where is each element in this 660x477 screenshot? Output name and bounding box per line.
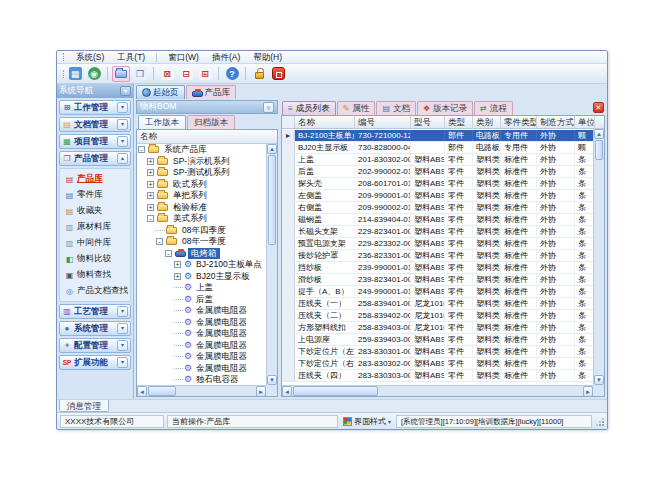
tab-archived-version[interactable]: 归档版本	[187, 115, 235, 129]
tree-node[interactable]: ⚙金属膜电阻器	[138, 351, 266, 363]
lock-icon[interactable]	[250, 66, 268, 82]
horizontal-scrollbar[interactable]: ◄►	[137, 385, 266, 396]
table-row[interactable]: 挡纱板239-990001-01X塑料ABS零件塑料类标准件外协条	[282, 262, 593, 274]
scroll-right-arrow[interactable]: ►	[583, 386, 593, 397]
resize-grip[interactable]	[595, 417, 604, 426]
table-row[interactable]: 压线夹（一）258-839401-00X尼龙1010零件塑料类标准件外协条	[282, 298, 593, 310]
sidebar-group-project-mgmt[interactable]: ▦项目管理▾	[59, 134, 131, 149]
column-header[interactable]: 零件类型	[501, 116, 537, 128]
menu-window[interactable]: 窗口(W)	[166, 51, 201, 63]
open-folder-icon[interactable]	[112, 66, 130, 82]
column-header[interactable]: 类型	[445, 116, 473, 128]
tab-documents[interactable]: ▤文档	[376, 101, 416, 115]
tab-version-history[interactable]: ❖版本记录	[417, 101, 473, 115]
table-row[interactable]: 下纱定位片（右）283-830302-00X塑料ABS零件塑料类标准件外协条	[282, 358, 593, 370]
table-row[interactable]: 方形塑料线扣258-839403-00X尼龙1010零件塑料类标准件外协条	[282, 322, 593, 334]
scroll-down-arrow[interactable]: ▼	[267, 375, 277, 385]
scroll-left-arrow[interactable]: ◄	[282, 386, 292, 397]
table-row[interactable]: 下纱定位片（左）283-830301-00X塑料ABS零件塑料类标准件外协条	[282, 346, 593, 358]
sidebar-group-product-mgmt[interactable]: ❒产品管理▴	[59, 151, 131, 166]
column-header[interactable]: 编号	[355, 116, 411, 128]
tree-node[interactable]: ⚙金属膜电阻器	[138, 340, 266, 352]
sidebar-group-work-mgmt[interactable]: ⊞工作管理▾	[59, 100, 131, 115]
tree-node[interactable]: +欧式系列	[138, 179, 266, 191]
table-row[interactable]: 预置电源支架229-823302-00X塑料ABS零件塑料类标准件外协条	[282, 238, 593, 250]
tab-properties[interactable]: ✎属性	[337, 101, 376, 115]
scroll-track[interactable]	[594, 161, 604, 375]
window-layout-icon[interactable]: ❐	[131, 66, 149, 82]
scroll-down-arrow[interactable]: ▼	[594, 375, 604, 385]
column-header[interactable]: 制造方式	[537, 116, 575, 128]
sidebar-item-intermediate-library[interactable]: ▥中间件库	[65, 235, 130, 251]
menu-help[interactable]: 帮助(H)	[251, 51, 284, 63]
table-row[interactable]: 长磁头支架229-823401-00X塑料ABS零件塑料类标准件外协条	[282, 226, 593, 238]
scroll-up-arrow[interactable]: ▲	[594, 129, 604, 139]
sidebar-item-part-library[interactable]: ▤零件库	[65, 187, 130, 203]
tree-node[interactable]: ⚙金属膜电阻器	[138, 305, 266, 317]
close-window-icon[interactable]: ⊠	[158, 66, 176, 82]
tree-node[interactable]: -电烤箱	[138, 248, 266, 260]
sidebar-group-config-mgmt[interactable]: ✦配置管理▾	[59, 338, 131, 353]
sidebar-group-doc-mgmt[interactable]: ▤文档管理▾	[59, 117, 131, 132]
close-tab-button[interactable]: ✕	[593, 102, 604, 113]
table-row[interactable]: 上电源座259-839403-00X塑料ABS零件塑料类标准件外协条	[282, 334, 593, 346]
tab-message-mgmt[interactable]: 消息管理	[59, 400, 109, 412]
table-row[interactable]: 探头壳208-601701-01X塑料ABS零件塑料类标准件外协条	[282, 178, 593, 190]
vertical-scrollbar[interactable]: ▲▼	[593, 129, 604, 385]
sidebar-group-process-mgmt[interactable]: ▥工艺管理▾	[59, 304, 131, 319]
sidebar-item-product-doc-search[interactable]: ◎产品文档查找	[65, 283, 130, 299]
sidebar-item-material-search[interactable]: ▣物料查找	[65, 267, 130, 283]
expander-icon[interactable]: +	[147, 158, 154, 165]
expander-icon[interactable]: -	[165, 250, 172, 257]
tree-node[interactable]: +⚙BJ-2100主板单点	[138, 259, 266, 271]
tree-node[interactable]: ⚙后盖	[138, 294, 266, 306]
sidebar-menu-button[interactable]: ▾	[120, 86, 131, 96]
table-row[interactable]: 压线夹（四）283-830303-00X塑料ABS零件塑料类标准件外协条	[282, 370, 593, 382]
tree-node[interactable]: +单把系列	[138, 190, 266, 202]
scroll-track[interactable]	[379, 386, 583, 396]
sidebar-item-material-compare[interactable]: ◧物料比较	[65, 251, 130, 267]
tree-node[interactable]: +SP-测试机系列	[138, 167, 266, 179]
tree-node[interactable]: ⚙上盖	[138, 282, 266, 294]
expander-icon[interactable]: -	[147, 215, 154, 222]
table-row[interactable]: 上盖201-830302-00X塑料ABS零件塑料类标准件外协条	[282, 154, 593, 166]
tree-node[interactable]: -08年一季度	[138, 236, 266, 248]
tree-node[interactable]: ⚙独石电容器	[138, 374, 266, 385]
expander-icon[interactable]: +	[147, 181, 154, 188]
scroll-right-arrow[interactable]: ►	[256, 386, 266, 397]
column-header[interactable]: 型号	[411, 116, 445, 128]
scroll-track[interactable]	[267, 246, 277, 375]
expander-icon[interactable]: +	[147, 169, 154, 176]
vertical-scrollbar[interactable]: ▲▼	[266, 144, 277, 385]
desktop-icon[interactable]: ▦	[66, 66, 84, 82]
expander-icon[interactable]: +	[147, 192, 154, 199]
sidebar-item-product-library[interactable]: ▤产品库	[65, 171, 130, 187]
table-row[interactable]: 滑纱板239-823401-00X塑料ABS零件塑料类标准件外协条	[282, 274, 593, 286]
close-all-windows-icon[interactable]: ⊞	[196, 66, 214, 82]
scroll-thumb[interactable]	[268, 155, 276, 245]
column-header[interactable]: 类别	[473, 116, 501, 128]
expander-icon[interactable]: +	[174, 273, 181, 280]
tab-working-version[interactable]: 工作版本	[138, 115, 186, 129]
sidebar-item-raw-material-library[interactable]: ▥原材料库	[65, 219, 130, 235]
tab-workflow[interactable]: ⇄流程	[474, 101, 513, 115]
tree-node[interactable]: 08年四季度	[138, 225, 266, 237]
table-row[interactable]: 接纱轮护罩236-823301-00X塑料ABS零件塑料类标准件外协条	[282, 250, 593, 262]
tree-node[interactable]: +⚙BJ20主显示板	[138, 271, 266, 283]
tree-column-header[interactable]: 名称	[137, 130, 277, 144]
expander-icon[interactable]: +	[147, 204, 154, 211]
tree-node[interactable]: ⚙金属膜电阻器	[138, 363, 266, 375]
expander-icon[interactable]: -	[156, 238, 163, 245]
expander-icon[interactable]: -	[138, 146, 145, 153]
column-header[interactable]: 名称	[295, 116, 355, 128]
scroll-thumb[interactable]	[293, 386, 378, 396]
tree-node[interactable]: -美式系列	[138, 213, 266, 225]
menu-system[interactable]: 系统(S)	[74, 51, 106, 63]
tree-node[interactable]: +SP-演示机系列	[138, 156, 266, 168]
table-row[interactable]: 磁钢盖214-839404-01X塑料ABS零件塑料类标准件外协条	[282, 214, 593, 226]
tree-node[interactable]: ⚙金属膜电阻器	[138, 317, 266, 329]
menu-tools[interactable]: 工具(T)	[115, 51, 147, 63]
table-row[interactable]: ▸BJ-2100主板单点730-721000-12X部件电路板专用件外协颗	[282, 130, 593, 142]
pin-icon[interactable]: ▿	[263, 102, 274, 113]
tree-node[interactable]: ⚙金属膜电阻器	[138, 328, 266, 340]
